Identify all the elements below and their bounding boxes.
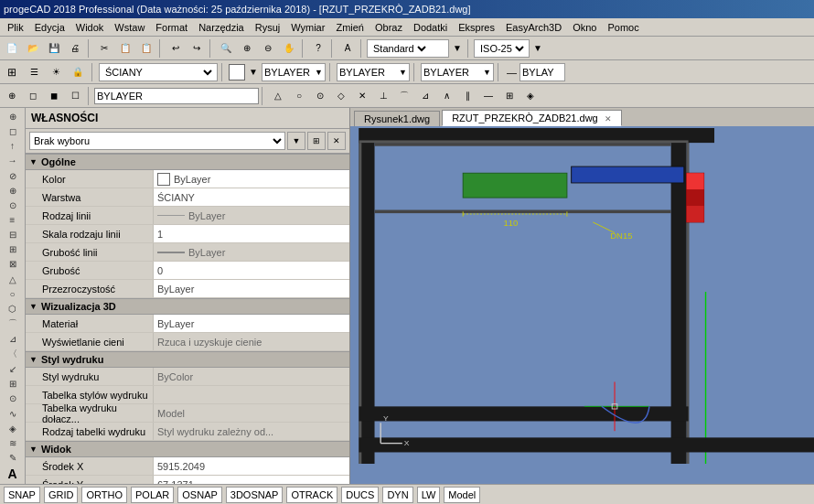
bylayer-box[interactable]: BYLAY <box>519 63 565 81</box>
left-icon-18[interactable]: ⊞ <box>2 377 24 391</box>
layer-props-icon[interactable]: ☰ <box>24 62 44 82</box>
layer-dropdown[interactable]: ŚCIANY <box>99 63 218 81</box>
left-icon-2[interactable]: ↑ <box>2 139 24 153</box>
left-icon-14[interactable]: ⌒ <box>2 316 24 331</box>
font-size-select[interactable]: ISO-25 <box>477 42 527 55</box>
left-icon-15[interactable]: ⊿ <box>2 332 24 346</box>
help-btn[interactable]: ? <box>308 38 328 59</box>
snap-btn1[interactable]: ⊕ <box>2 86 22 106</box>
props-icon-2[interactable]: ⊞ <box>307 132 326 150</box>
section-viz3d[interactable]: ▼ Wizualizacja 3D <box>26 298 349 315</box>
layer-lock-icon[interactable]: 🔒 <box>68 62 88 82</box>
snap-endpoint[interactable]: ◇ <box>331 86 351 106</box>
menu-item-narzędzia[interactable]: Narzędzia <box>193 20 250 35</box>
open-btn[interactable]: 📂 <box>23 38 43 59</box>
left-icon-13[interactable]: ⬡ <box>2 302 24 316</box>
snap-btn2[interactable]: ◻ <box>23 86 43 106</box>
left-icon-1[interactable]: ◻ <box>2 124 24 138</box>
snap-extension[interactable]: — <box>478 86 498 106</box>
left-icon-21[interactable]: ◈ <box>2 422 24 435</box>
drawing-viewport[interactable]: 110 DN15 <box>350 128 814 484</box>
tab-rzut[interactable]: RZUT_PRZEKRÒ_ZADB21.dwg ✕ <box>442 110 622 126</box>
left-icon-4[interactable]: ⊘ <box>2 169 24 183</box>
left-icon-23[interactable]: ✎ <box>2 451 24 465</box>
menu-item-obraz[interactable]: Obraz <box>370 20 408 35</box>
save-btn[interactable]: 💾 <box>44 38 64 59</box>
section-widok[interactable]: ▼ Widok <box>26 441 349 457</box>
left-icon-3[interactable]: → <box>2 154 24 167</box>
zoom-window-btn[interactable]: 🔍 <box>216 38 236 59</box>
properties-selector-dropdown[interactable]: Brak wyboru <box>29 132 285 150</box>
section-wydruk[interactable]: ▼ Styl wydruku <box>26 351 349 368</box>
snap-btn3[interactable]: ◼ <box>44 86 64 106</box>
text-btn[interactable]: A <box>337 38 358 59</box>
left-icon-19[interactable]: ⊙ <box>2 391 24 405</box>
snap-perpendicular[interactable]: ⊥ <box>373 86 393 106</box>
left-icon-11[interactable]: △ <box>2 273 24 286</box>
menu-item-edycja[interactable]: Edycja <box>29 20 70 35</box>
menu-item-rysuj[interactable]: Rysuj <box>250 20 286 35</box>
cut-btn[interactable]: ✂ <box>94 38 114 59</box>
color-box[interactable]: BYLAYER ▼ <box>262 63 326 81</box>
left-icon-22[interactable]: ≋ <box>2 436 24 450</box>
status-model[interactable]: Model <box>444 487 480 503</box>
left-icon-7[interactable]: ≡ <box>2 213 24 227</box>
props-icon-3[interactable]: ✕ <box>327 132 346 150</box>
menu-item-ekspres[interactable]: Ekspres <box>453 20 500 35</box>
paste-btn[interactable]: 📋 <box>136 38 156 59</box>
menu-item-plik[interactable]: Plik <box>2 20 29 35</box>
new-btn[interactable]: 📄 <box>2 38 22 59</box>
snap-apparent[interactable]: ∧ <box>436 86 456 106</box>
snap-midpoint[interactable]: △ <box>268 86 288 106</box>
lineweight-box[interactable]: BYLAYER ▼ <box>421 63 494 81</box>
menu-item-easyarch3d[interactable]: EasyArch3D <box>500 20 567 35</box>
zoom-all-btn[interactable]: ⊕ <box>237 38 257 59</box>
left-icon-0[interactable]: ⊕ <box>2 110 24 123</box>
left-icon-24[interactable]: A <box>2 466 24 482</box>
left-icon-20[interactable]: ∿ <box>2 407 24 421</box>
layer-select[interactable]: ŚCIANY <box>102 66 215 79</box>
props-icon-1[interactable]: ▼ <box>287 132 305 150</box>
snap-node[interactable]: ⊙ <box>310 86 330 106</box>
font-size-dropdown[interactable]: ISO-25 <box>474 39 530 58</box>
color-icon[interactable] <box>229 64 245 80</box>
bylayer-snap-box[interactable]: BYLAYER <box>94 88 259 104</box>
menu-item-dodatki[interactable]: Dodatki <box>408 20 453 35</box>
osnap-toggle[interactable]: ◈ <box>520 86 541 106</box>
layer-freeze-icon[interactable]: ☀ <box>46 62 66 82</box>
zoom-prev-btn[interactable]: ⊖ <box>258 38 278 59</box>
snap-nearest[interactable]: ⊿ <box>415 86 435 106</box>
font-arrow[interactable]: ▼ <box>530 38 545 59</box>
snap-btn4[interactable]: ☐ <box>65 86 85 106</box>
style-select[interactable]: Standard <box>370 42 429 55</box>
menu-item-zmień[interactable]: Zmień <box>330 20 370 35</box>
section-ogolne[interactable]: ▼ Ogólne <box>26 154 349 170</box>
menu-item-widok[interactable]: Widok <box>70 20 110 35</box>
left-icon-17[interactable]: ↙ <box>2 362 24 376</box>
layer-icon[interactable]: ⊞ <box>2 62 22 82</box>
left-icon-5[interactable]: ⊕ <box>2 184 24 198</box>
style-dropdown[interactable]: Standard <box>367 39 449 58</box>
style-arrow[interactable]: ▼ <box>450 38 465 59</box>
copy-btn[interactable]: 📋 <box>115 38 135 59</box>
left-icon-8[interactable]: ⊟ <box>2 228 24 241</box>
snap-from[interactable]: ⊞ <box>499 86 519 106</box>
snap-tangent[interactable]: ⌒ <box>394 86 414 106</box>
redo-btn[interactable]: ↪ <box>187 38 207 59</box>
linetype-box[interactable]: BYLAYER ▼ <box>337 63 410 81</box>
left-icon-12[interactable]: ○ <box>2 287 24 301</box>
snap-center[interactable]: ○ <box>289 86 309 106</box>
menu-item-wymiar[interactable]: Wymiar <box>285 20 330 35</box>
color-dropdown-arrow[interactable]: ▼ <box>247 62 260 82</box>
left-icon-6[interactable]: ⊙ <box>2 198 24 212</box>
snap-parallel[interactable]: ∥ <box>457 86 477 106</box>
menu-item-format[interactable]: Format <box>150 20 193 35</box>
menu-item-wstaw[interactable]: Wstaw <box>109 20 150 35</box>
left-icon-16[interactable]: 〈 <box>2 347 24 361</box>
left-icon-9[interactable]: ⊞ <box>2 242 24 256</box>
print-btn[interactable]: 🖨 <box>65 38 85 59</box>
undo-btn[interactable]: ↩ <box>166 38 186 59</box>
tab-rzut-close[interactable]: ✕ <box>605 114 612 123</box>
pan-btn[interactable]: ✋ <box>279 38 299 59</box>
left-icon-10[interactable]: ⊠ <box>2 257 24 271</box>
